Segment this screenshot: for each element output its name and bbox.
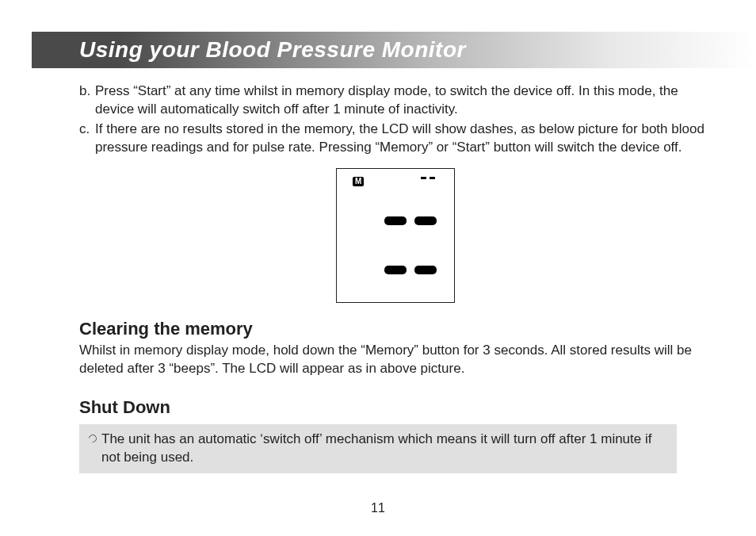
page-title: Using your Blood Pressure Monitor: [79, 37, 466, 63]
shutdown-text: The unit has an automatic ‘switch off’ m…: [101, 431, 669, 467]
list-item: c. If there are no results stored in the…: [79, 121, 712, 157]
list-text: If there are no results stored in the me…: [95, 121, 712, 157]
dash-icon: [414, 266, 437, 274]
lcd-top-dashes: [421, 177, 435, 179]
lcd-diagram: M: [336, 168, 455, 303]
memory-indicator-icon: M: [353, 177, 364, 186]
dash-icon: [414, 216, 437, 225]
lcd-diagram-wrap: M: [79, 168, 712, 303]
header-band: Using your Blood Pressure Monitor: [32, 32, 756, 68]
list-text: Press “Start” at any time whilst in memo…: [95, 82, 712, 119]
bullet-icon: [87, 433, 98, 444]
dash-icon: [384, 216, 407, 225]
shutdown-callout: The unit has an automatic ‘switch off’ m…: [79, 424, 677, 473]
dash-icon: [384, 266, 407, 274]
lcd-reading-row: [384, 216, 437, 225]
dash-icon: [421, 177, 426, 179]
section-text-clearing: Whilst in memory display mode, hold down…: [79, 342, 712, 378]
lcd-reading-row: [384, 266, 437, 274]
list-item: b. Press “Start” at any time whilst in m…: [79, 82, 712, 119]
list-marker: c.: [79, 121, 95, 157]
dash-icon: [430, 177, 435, 179]
list-marker: b.: [79, 82, 95, 119]
page-number: 11: [0, 501, 756, 515]
content-area: b. Press “Start” at any time whilst in m…: [79, 82, 712, 473]
section-heading-clearing: Clearing the memory: [79, 317, 712, 341]
section-heading-shutdown: Shut Down: [79, 396, 712, 419]
